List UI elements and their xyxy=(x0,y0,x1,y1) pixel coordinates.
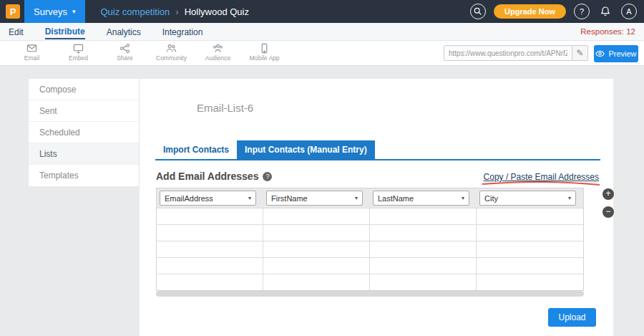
contact-cell[interactable] xyxy=(370,208,477,224)
channel-email[interactable]: Email xyxy=(9,43,55,62)
chevron-down-icon: ▾ xyxy=(72,8,76,15)
contact-cell[interactable] xyxy=(263,224,370,241)
contact-cell[interactable] xyxy=(263,241,370,257)
pencil-icon: ✎ xyxy=(576,48,583,58)
contacts-table-header: EmailAddress ▾ FirstName ▾ LastName ▾ Ci… xyxy=(157,188,583,208)
channel-label: Mobile App xyxy=(249,54,279,62)
column-select-value: FirstName xyxy=(271,194,308,203)
chevron-down-icon: ▾ xyxy=(462,195,464,201)
preview-button[interactable]: Preview xyxy=(594,45,638,62)
column-select-email[interactable]: EmailAddress ▾ xyxy=(160,191,256,206)
remove-row-button[interactable]: − xyxy=(602,206,614,218)
contact-cell[interactable] xyxy=(477,241,583,257)
audience-icon xyxy=(213,43,223,54)
sidebar-item-scheduled[interactable]: Scheduled xyxy=(29,122,139,143)
mobile-app-icon xyxy=(259,43,270,54)
help-icon[interactable]: ? xyxy=(263,172,272,181)
section-title: Add Email Addresses xyxy=(156,171,258,182)
add-row-button[interactable]: + xyxy=(602,188,614,200)
email-icon xyxy=(26,43,37,54)
column-select-firstname[interactable]: FirstName ▾ xyxy=(266,191,363,206)
tab-integration[interactable]: Integration xyxy=(162,24,203,39)
contact-cell[interactable] xyxy=(157,208,263,224)
contact-cell[interactable] xyxy=(157,224,263,241)
horizontal-scrollbar[interactable] xyxy=(156,291,584,297)
contact-cell[interactable] xyxy=(370,224,477,241)
tab-import-contacts[interactable]: Import Contacts xyxy=(155,140,237,159)
contact-row xyxy=(157,208,583,224)
survey-url-group: ✎ xyxy=(444,45,588,61)
avatar[interactable]: A xyxy=(621,4,637,19)
channel-label: Community xyxy=(156,54,187,62)
breadcrumb: Quiz competition › Hollywood Quiz xyxy=(101,6,250,17)
channel-mobile-app[interactable]: Mobile App xyxy=(241,43,288,62)
questionpro-logo[interactable]: P xyxy=(6,4,20,19)
surveys-label: Surveys xyxy=(34,6,67,17)
contact-cell[interactable] xyxy=(477,257,583,274)
chevron-down-icon: ▾ xyxy=(355,195,358,201)
channel-audience[interactable]: Audience xyxy=(195,43,241,62)
contact-cell[interactable] xyxy=(370,241,477,257)
channel-share[interactable]: Share xyxy=(102,43,148,62)
tab-analytics[interactable]: Analytics xyxy=(107,24,141,39)
contact-cell[interactable] xyxy=(370,257,477,274)
contact-cell[interactable] xyxy=(477,208,583,224)
distribute-channels: Email Embed Share Community Audience Mob… xyxy=(9,43,288,62)
channel-community[interactable]: Community xyxy=(148,43,195,62)
sidebar-item-compose[interactable]: Compose xyxy=(29,79,139,100)
survey-url-input[interactable] xyxy=(444,45,572,61)
embed-icon xyxy=(73,43,84,54)
bell-icon xyxy=(600,6,611,17)
contact-cell[interactable] xyxy=(157,274,263,290)
sidebar-item-templates[interactable]: Templates xyxy=(29,165,139,186)
questionpro-app: P Surveys ▾ Quiz competition › Hollywood… xyxy=(0,0,644,336)
lists-panel: Email-List-6 Import Contacts Input Conta… xyxy=(140,79,613,336)
edit-url-button[interactable]: ✎ xyxy=(572,45,588,61)
eye-icon xyxy=(595,50,605,57)
tab-input-contacts-manual[interactable]: Input Contacts (Manual Entry) xyxy=(237,140,375,159)
chevron-down-icon: ▾ xyxy=(568,195,571,201)
contact-row xyxy=(157,224,583,241)
channel-label: Email xyxy=(24,54,39,62)
help-button[interactable]: ? xyxy=(574,4,590,19)
contact-cell[interactable] xyxy=(157,257,263,274)
notifications-button[interactable] xyxy=(597,4,613,19)
contact-cell[interactable] xyxy=(263,257,370,274)
search-button[interactable] xyxy=(470,4,486,19)
chevron-down-icon: ▾ xyxy=(248,195,251,201)
contact-cell[interactable] xyxy=(263,208,370,224)
responses-count[interactable]: Responses: 12 xyxy=(580,27,635,36)
red-annotation-underline xyxy=(481,181,601,186)
contact-cell[interactable] xyxy=(263,274,370,290)
channel-label: Embed xyxy=(69,54,88,62)
upgrade-now-button[interactable]: Upgrade Now xyxy=(494,4,566,19)
column-select-city[interactable]: City ▾ xyxy=(479,191,576,206)
column-select-value: City xyxy=(484,194,498,203)
tab-distribute[interactable]: Distribute xyxy=(45,24,85,39)
add-email-section-header: Add Email Addresses ? Copy / Paste Email… xyxy=(156,170,599,183)
share-icon xyxy=(119,43,130,54)
contact-cell[interactable] xyxy=(477,224,583,241)
tab-edit[interactable]: Edit xyxy=(9,24,24,39)
contact-row xyxy=(157,241,583,257)
surveys-menu-button[interactable]: Surveys ▾ xyxy=(24,0,85,23)
preview-label: Preview xyxy=(608,49,636,58)
contact-cell[interactable] xyxy=(157,241,263,257)
copy-paste-link-wrap: Copy / Paste Email Addresses xyxy=(484,170,599,183)
topbar: P Surveys ▾ Quiz competition › Hollywood… xyxy=(0,0,644,23)
column-select-value: LastName xyxy=(378,194,414,203)
breadcrumb-survey-link[interactable]: Quiz competition xyxy=(101,6,170,17)
sidebar-item-sent[interactable]: Sent xyxy=(29,100,139,122)
column-select-value: EmailAddress xyxy=(165,194,213,203)
column-select-lastname[interactable]: LastName ▾ xyxy=(373,191,469,206)
upload-button[interactable]: Upload xyxy=(548,308,596,327)
breadcrumb-separator: › xyxy=(175,6,178,17)
search-icon xyxy=(473,6,483,16)
contact-row xyxy=(157,257,583,274)
channel-label: Audience xyxy=(205,54,230,62)
contact-cell[interactable] xyxy=(477,274,583,290)
sidebar-item-lists[interactable]: Lists xyxy=(29,143,139,165)
channel-embed[interactable]: Embed xyxy=(55,43,102,62)
contact-row xyxy=(157,274,583,290)
contact-cell[interactable] xyxy=(370,274,477,290)
